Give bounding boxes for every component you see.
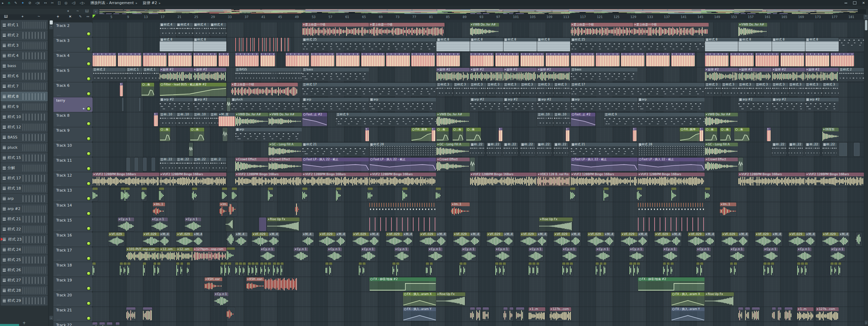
clip[interactable] — [797, 262, 800, 276]
clip-Crowd-Effect[interactable]: ▸Crowd Effect — [235, 158, 269, 171]
clip-样式-8[interactable]: 样式 8 — [503, 38, 537, 51]
clip[interactable] — [122, 98, 124, 111]
clip-12..om[interactable]: ▸12..om — [160, 247, 176, 261]
track-mute-led[interactable] — [87, 92, 90, 95]
draw-pencil-icon[interactable]: ✎ — [12, 1, 19, 5]
track-lane-2[interactable]: 样式 4样式 4样式 4样式 4▸爱上你是一个错▸爱上你是一个错▸VWB Do.… — [93, 22, 868, 37]
clip-Crowd-Effect[interactable]: ▸Crowd Effect — [269, 158, 302, 171]
track-header-track-18[interactable]: Track 18... — [53, 262, 93, 277]
clip-Cy..n-1[interactable]: ▸Cy..n 1 — [596, 247, 610, 261]
clip-样式-3[interactable]: 样式 3 — [722, 83, 738, 96]
clip-Cy..n-1[interactable]: ▸Cy..n 1 — [663, 247, 677, 261]
close-button[interactable]: ✕ — [859, 0, 868, 6]
clip[interactable] — [187, 262, 190, 276]
clip[interactable] — [311, 53, 334, 66]
clip-VUF2-128BPM-Bingo-16Bars[interactable]: ▸VUF2 128BPM Bingo 16Bars — [302, 173, 369, 186]
clip-M..4[interactable]: ▸M..4 — [839, 232, 849, 246]
track-lane-14[interactable]: ▸Im..1▸Im..1▸Im..1▸Im..1 — [93, 202, 868, 217]
clip[interactable] — [235, 53, 259, 66]
clip[interactable] — [831, 53, 854, 66]
clip-M..度[interactable]: ▸M..度 — [219, 113, 235, 126]
track-header-track-20[interactable]: Track 20... — [53, 292, 93, 307]
clip-VUF2-128BPM-Bingo-16Bars[interactable]: ▸VUF2 128BPM Bingo 16Bars — [738, 173, 805, 186]
clip-Fast-LP---插入-22---截止[interactable]: Fast LP - 插入 22 - 截止 — [369, 158, 436, 171]
track-header-track-13[interactable]: Track 13... — [53, 187, 93, 202]
clip[interactable] — [258, 38, 292, 51]
clip[interactable] — [499, 128, 502, 141]
track-options[interactable]: ... — [57, 258, 61, 261]
clip[interactable] — [142, 188, 147, 201]
add-icon[interactable]: + — [57, 15, 59, 18]
clip-样式-8[interactable]: 样式 8 — [537, 38, 570, 51]
clip-12..om[interactable]: ▸12..om — [176, 247, 193, 261]
clip[interactable] — [767, 262, 770, 276]
clip-VF..029[interactable]: ▸VF..029 — [822, 232, 839, 246]
clip[interactable] — [470, 307, 475, 321]
track-mute-led[interactable] — [87, 272, 90, 275]
clip-M..4[interactable]: ▸M..4 — [537, 232, 547, 246]
clip[interactable] — [571, 53, 594, 66]
clip-Im..1[interactable]: ▸Im..1 — [220, 202, 228, 216]
clip[interactable] — [499, 262, 502, 276]
track-options[interactable]: ... — [57, 48, 61, 51]
clip-FX---插入..aram-X[interactable]: FX - 插入..aram X — [403, 292, 436, 306]
clip[interactable] — [273, 262, 276, 276]
clip[interactable] — [839, 38, 864, 51]
clip-样式-3[interactable]: 样式 3 — [805, 83, 822, 96]
clip[interactable] — [671, 53, 695, 66]
clip-VF..029[interactable]: ▸VF..029 — [588, 232, 604, 246]
clip-101-PUT..oop.com[interactable]: ▸101-PUT..oop.com — [126, 247, 160, 261]
clip-样式-3[interactable]: 样式 3 — [470, 83, 486, 96]
clip-arp[interactable]: arp — [369, 98, 436, 111]
snap-magnet-icon[interactable]: ∩ — [6, 1, 12, 5]
clip[interactable] — [295, 202, 300, 216]
clip[interactable] — [483, 307, 489, 321]
slip-icon[interactable]: ↔ — [42, 1, 49, 5]
clip-M..4[interactable]: ▸M..4 — [571, 232, 581, 246]
clip-127bpm-..oop.com[interactable]: ▸127bpm-..oop.com — [193, 247, 227, 261]
clip[interactable] — [646, 53, 670, 66]
clip-VWB-Do..fer-A#[interactable]: ▸VWB Do..fer A# — [470, 23, 499, 36]
clip-Fast-LP---插入-22---截止[interactable]: Fast LP - 插入 22 - 截止 — [638, 158, 705, 171]
clip[interactable] — [221, 262, 224, 276]
clip[interactable] — [168, 53, 192, 66]
clip-Cy..n-1[interactable]: ▸Cy..n 1 — [730, 247, 744, 261]
clip-样式-3[interactable]: 样式 3 — [705, 83, 721, 96]
clip-样式-4[interactable]: 样式 4 — [193, 23, 210, 36]
clip-旋律-#2[interactable]: ▸旋律 #2 — [772, 68, 805, 81]
clip[interactable] — [752, 307, 760, 321]
clip-VF..029[interactable]: ▸VF..029 — [554, 232, 570, 246]
clip[interactable] — [93, 262, 96, 276]
clip[interactable] — [227, 247, 235, 261]
clip-M..4[interactable]: ▸M..4 — [638, 232, 648, 246]
clip-样..22[interactable]: 样..22 — [554, 143, 568, 156]
clip[interactable] — [546, 53, 569, 66]
track-lane-3[interactable]: 样式 8样式 8样式 25样式 8样式 8样式 8样式 8样式 25样式 8样式… — [93, 37, 868, 52]
clip-样..10[interactable]: 样..10 — [160, 113, 176, 126]
maximize-button[interactable] — [850, 0, 859, 6]
clip[interactable] — [252, 262, 255, 276]
track-lane-18[interactable] — [93, 262, 868, 277]
clip-VF..029[interactable]: ▸VF..029 — [722, 232, 738, 246]
track-header-track-10[interactable]: Track 10... — [53, 142, 93, 157]
clip-VUF2-128BPM-Bingo-16Bars[interactable]: ▸VUF2 128BPM Bingo 16Bars — [470, 173, 537, 186]
clip-Filt..频率[interactable]: Filt..频率 — [680, 128, 701, 141]
clip-样式-3[interactable]: 样式 3 — [453, 83, 470, 96]
clip-..奏[interactable]: ..奏 — [705, 128, 717, 141]
clip[interactable] — [730, 262, 733, 276]
clip[interactable] — [159, 188, 164, 201]
clip-Fast..止-#2[interactable]: Fast..止 #2 — [302, 113, 327, 126]
clip-VWB-Do..fer-A#[interactable]: ▸VWB Do..fer A# — [269, 113, 302, 126]
clip[interactable] — [436, 188, 441, 201]
clip[interactable] — [229, 202, 237, 216]
clip[interactable] — [264, 262, 267, 276]
delete-icon[interactable]: ⊘ — [26, 1, 33, 5]
clip-样..10[interactable]: 样..10 — [554, 113, 570, 126]
clip-样..22[interactable]: 样..22 — [470, 143, 484, 156]
clip[interactable] — [359, 262, 362, 276]
clip[interactable] — [361, 53, 385, 66]
track-lane-6[interactable]: ..奏Filter - lead BUS - 截止频率 #2▸爱上你是一个错样式… — [93, 82, 868, 97]
clip[interactable] — [255, 262, 258, 276]
clip[interactable] — [286, 53, 309, 66]
clip-样式-3[interactable]: 样式 3 — [537, 83, 553, 96]
